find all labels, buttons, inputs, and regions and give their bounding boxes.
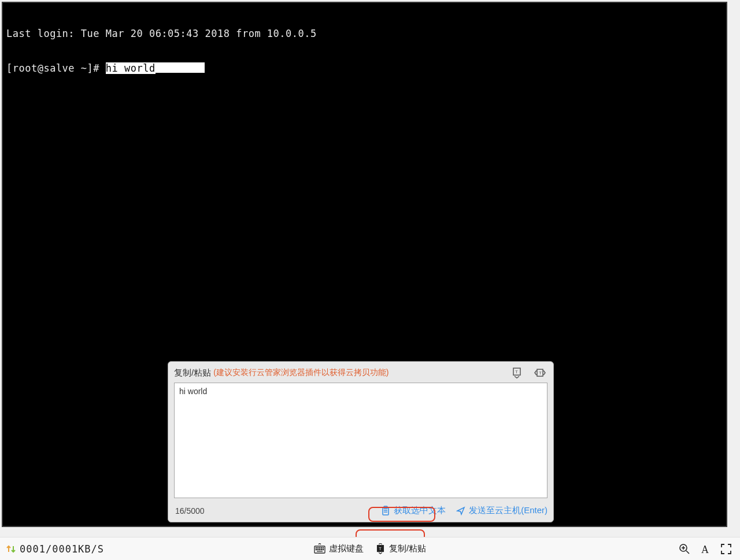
svg-text:A: A <box>701 544 709 555</box>
send-icon <box>456 506 465 516</box>
panel-title: 复制/粘贴 <box>174 368 211 379</box>
clipboard-textarea[interactable] <box>174 383 547 498</box>
clipboard-icon <box>381 506 390 516</box>
magnifier-plus-icon <box>679 543 690 555</box>
terminal-prompt-line: [root@salve ~]# hi world <box>6 62 723 74</box>
terminal-line-lastlogin: Last login: Tue Mar 20 06:05:43 2018 fro… <box>6 28 723 39</box>
svg-text:T: T <box>515 369 518 374</box>
svg-point-15 <box>317 549 318 550</box>
get-selected-text-label: 获取选中文本 <box>394 505 446 516</box>
svg-point-18 <box>323 549 323 550</box>
svg-point-12 <box>321 547 321 548</box>
virtual-keyboard-button[interactable]: 虚拟键盘 <box>314 543 364 555</box>
copy-paste-panel-header: 复制/粘贴 (建议安装行云管家浏览器插件以获得云拷贝功能) T T <box>168 362 553 383</box>
svg-line-23 <box>686 551 689 554</box>
svg-text:T: T <box>539 370 542 376</box>
keyboard-icon <box>314 543 325 555</box>
font-a-icon: A <box>700 543 711 555</box>
get-selected-text-button[interactable]: 获取选中文本 <box>381 505 446 516</box>
copy-paste-button[interactable]: T 复制/粘贴 <box>375 543 426 555</box>
terminal-output: Last login: Tue Mar 20 06:05:43 2018 fro… <box>3 3 726 99</box>
char-counter: 16/5000 <box>175 506 205 516</box>
paste-down-icon[interactable]: T <box>510 366 523 379</box>
terminal-typed-text: hi world <box>106 62 156 74</box>
status-bar: 0001/0001KB/S 虚拟键盘 T 复制/粘贴 <box>0 537 740 560</box>
svg-point-13 <box>323 547 323 548</box>
copy-paste-icon: T <box>375 543 386 555</box>
svg-point-14 <box>316 549 316 550</box>
send-to-host-button[interactable]: 发送至云主机(Enter) <box>456 505 547 516</box>
svg-point-11 <box>319 547 320 548</box>
copy-paste-panel: 复制/粘贴 (建议安装行云管家浏览器插件以获得云拷贝功能) T T 16/500… <box>168 361 554 522</box>
zoom-in-button[interactable] <box>676 541 693 557</box>
svg-point-10 <box>317 547 318 548</box>
network-speed: 0001/0001KB/S <box>20 543 104 555</box>
font-button[interactable]: A <box>697 541 713 557</box>
svg-point-17 <box>321 549 321 550</box>
svg-text:T: T <box>379 546 382 551</box>
svg-point-9 <box>316 547 316 548</box>
panel-hint: (建议安装行云管家浏览器插件以获得云拷贝功能) <box>213 368 388 378</box>
network-arrows-icon <box>6 544 16 554</box>
terminal-prompt: [root@salve ~]# <box>6 62 106 74</box>
svg-point-16 <box>319 549 320 550</box>
panel-footer: 16/5000 获取选中文本 发送至云主机(Enter) <box>168 500 553 522</box>
terminal-cursor-block <box>156 62 205 73</box>
copy-paste-label: 复制/粘贴 <box>389 543 426 554</box>
virtual-keyboard-label: 虚拟键盘 <box>329 543 364 554</box>
fullscreen-icon <box>720 543 732 555</box>
send-to-host-label: 发送至云主机(Enter) <box>469 505 547 516</box>
fullscreen-button[interactable] <box>718 541 734 557</box>
paste-horizontal-icon[interactable]: T <box>534 366 546 379</box>
